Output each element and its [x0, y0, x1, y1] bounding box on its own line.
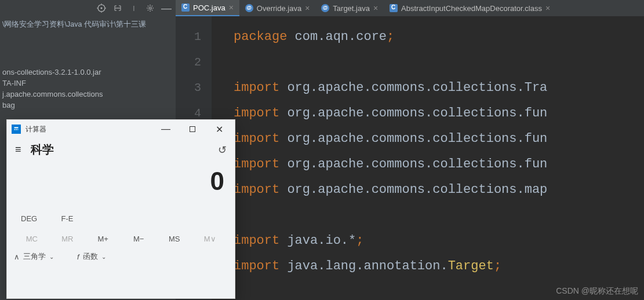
annotation-icon [321, 4, 329, 12]
watermark: CSDN @昵称还在想呢 [556, 286, 638, 297]
calculator-icon [12, 125, 21, 134]
close-icon[interactable]: × [545, 3, 550, 13]
class-icon [390, 4, 398, 12]
func-button[interactable]: f函数⌄ [77, 251, 106, 262]
hamburger-icon[interactable]: ≡ [15, 144, 21, 156]
minimize-button[interactable]: — [152, 120, 179, 138]
breadcrumb[interactable]: \网络安全学习资料\Java 代码审计\第十三课 [0, 16, 176, 33]
calculator-mode: 科学 [31, 142, 209, 158]
code-editor[interactable]: 1 2 3 4 package com.aqn.core; import org… [176, 16, 644, 300]
mminus-button[interactable]: M− [121, 229, 157, 249]
class-icon [181, 3, 190, 12]
svg-rect-9 [14, 127, 19, 129]
svg-rect-13 [190, 127, 195, 132]
close-button[interactable]: ✕ [206, 120, 232, 138]
calculator-title: 计算器 [26, 125, 152, 134]
mr-button[interactable]: MR [50, 229, 86, 249]
trig-button[interactable]: ∧三角学⌄ [14, 251, 54, 262]
tab-target[interactable]: Target.java× [315, 0, 384, 16]
svg-rect-10 [14, 129, 16, 130]
ms-button[interactable]: MS [157, 229, 192, 249]
separator-icon: | [128, 2, 140, 14]
target-icon[interactable] [96, 2, 107, 14]
maximize-button[interactable] [179, 120, 206, 138]
fe-button[interactable]: F-E [54, 208, 95, 229]
mc-button[interactable]: MC [14, 229, 50, 249]
editor-tabs: POC.java× Override.java× Target.java× Ab… [176, 0, 644, 16]
tab-label: Override.java [257, 4, 301, 13]
deg-button[interactable]: DEG [14, 208, 54, 229]
svg-point-1 [101, 8, 103, 9]
close-icon[interactable]: × [373, 3, 378, 13]
line-number: 2 [176, 50, 201, 75]
tree-item[interactable]: bag [0, 100, 176, 111]
tree-item[interactable]: ons-collections-3.2.1-1.0.0.jar [0, 67, 176, 78]
close-icon[interactable]: × [305, 3, 310, 13]
code-content[interactable]: package com.aqn.core; import org.apache.… [212, 16, 644, 300]
tree-item[interactable]: j.apache.commons.collections [0, 89, 176, 100]
tab-abstract[interactable]: AbstractInputCheckedMapDecorator.class× [384, 0, 556, 16]
history-icon[interactable]: ↺ [218, 144, 227, 156]
calculator-display: 0 [7, 161, 235, 208]
close-icon[interactable]: × [229, 3, 234, 12]
tab-poc[interactable]: POC.java× [176, 0, 239, 16]
mplus-button[interactable]: M+ [85, 229, 121, 249]
mdrop-button[interactable]: M∨ [192, 229, 228, 249]
expand-icon[interactable] [112, 2, 123, 14]
tab-override[interactable]: Override.java× [239, 0, 316, 16]
line-number: 3 [176, 75, 201, 101]
annotation-icon [245, 4, 253, 12]
svg-point-7 [149, 7, 151, 9]
svg-rect-12 [18, 129, 19, 130]
tree-item[interactable]: TA-INF [0, 78, 176, 89]
minimize-icon[interactable]: — [161, 2, 172, 14]
tab-label: Target.java [333, 4, 370, 13]
line-number: 1 [176, 24, 201, 50]
tab-label: AbstractInputCheckedMapDecorator.class [401, 4, 542, 13]
svg-rect-11 [16, 129, 17, 130]
calculator-window: 计算器 — ✕ ≡ 科学 ↺ 0 DEG F-E MC MR M+ M− MS … [6, 119, 235, 299]
tab-label: POC.java [193, 3, 225, 12]
calculator-titlebar[interactable]: 计算器 — ✕ [7, 120, 235, 138]
gear-icon[interactable] [144, 2, 156, 14]
